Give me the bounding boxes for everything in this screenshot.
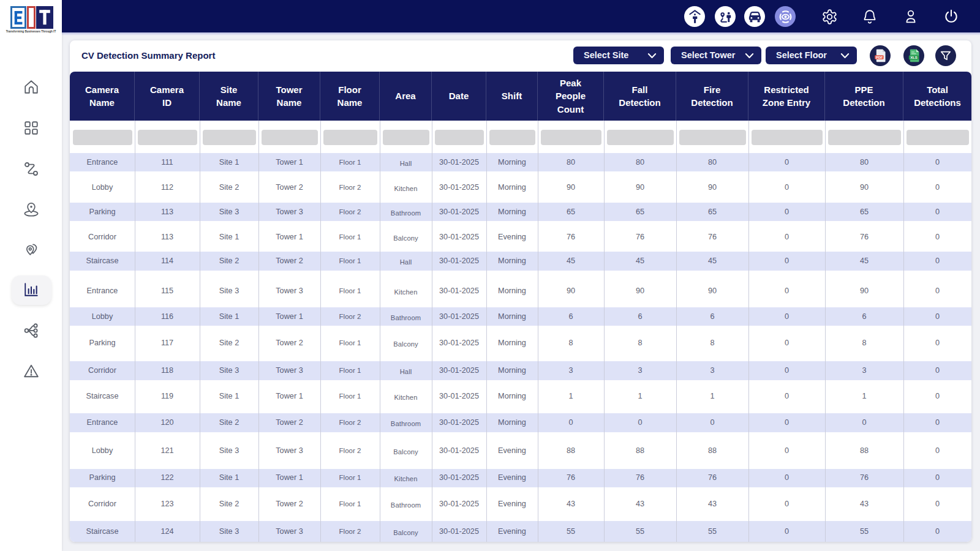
svg-text:PDF: PDF [876,56,883,59]
svg-text:XLS: XLS [910,56,918,59]
